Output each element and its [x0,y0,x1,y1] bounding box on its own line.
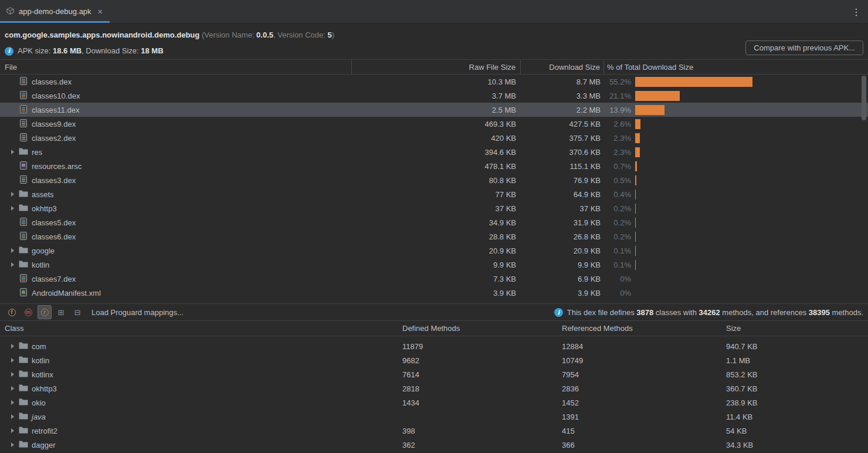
folder-icon [19,147,28,157]
folder-icon [19,370,28,380]
download-size: 76.9 KB [521,176,604,185]
collapse-all-icon[interactable]: ⊟ [70,305,84,319]
class-row[interactable]: retrofit2 398 415 54 KB [0,424,868,438]
chevron-right-icon[interactable] [11,400,14,405]
vertical-scrollbar[interactable] [862,76,866,120]
download-percent: 55.2% [604,77,631,86]
dex-file-icon [19,273,28,285]
class-row[interactable]: okhttp3 2818 2836 360.7 KB [0,381,868,395]
class-row[interactable]: okio 1434 1452 238.9 KB [0,395,868,410]
file-row[interactable]: classes6.dex 28.8 KB 26.8 KB 0.2% [0,229,868,244]
class-table-body: com 11879 12884 940.7 KB kotlin 9682 107… [0,336,868,452]
column-header-defined-methods[interactable]: Defined Methods [398,324,557,333]
chevron-right-icon[interactable] [11,386,14,391]
chevron-right-icon[interactable] [11,248,14,253]
package-size: 1.1 MB [721,356,868,365]
info-icon: i [5,47,13,56]
file-row[interactable]: google 20.9 KB 20.9 KB 0.1% [0,244,868,258]
defined-methods: 1434 [398,398,557,407]
download-size: 8.7 MB [521,77,604,86]
dex-file-icon [19,76,28,87]
folder-icon [19,356,28,366]
tab-apk-analyzer[interactable]: app-demo-debug.apk × [0,0,110,23]
download-percent-bar [635,232,636,242]
folder-icon [19,384,28,394]
class-row[interactable]: kotlin 9682 10749 1.1 MB [0,353,868,367]
download-size: 37 KB [521,204,604,213]
download-percent: 0.2% [604,218,631,227]
chevron-right-icon[interactable] [11,372,14,377]
chevron-right-icon[interactable] [11,442,14,447]
download-percent-bar [635,133,640,143]
chevron-right-icon[interactable] [11,262,14,267]
file-name: classes3.dex [32,176,76,185]
file-table-body: classes.dex 10.3 MB 8.7 MB 55.2% classes… [0,75,868,300]
column-header-percent[interactable]: % of Total Download Size [604,60,868,74]
file-name: resources.arsc [32,162,82,171]
load-proguard-mappings-button[interactable]: Load Proguard mappings... [91,308,184,317]
class-row[interactable]: kotlinx 7614 7954 853.2 KB [0,367,868,381]
file-name: AndroidManifest.xml [32,289,101,298]
raw-file-size: 20.9 KB [352,246,521,255]
file-row[interactable]: classes2.dex 420 KB 375.7 KB 2.3% [0,131,868,145]
overflow-menu-icon[interactable]: ⋮ [850,0,862,23]
file-row[interactable]: classes.dex 10.3 MB 8.7 MB 55.2% [0,75,868,89]
column-header-class[interactable]: Class [0,324,398,333]
file-name: classes2.dex [32,134,76,143]
compare-apk-button[interactable]: Compare with previous APK... [745,40,863,55]
download-percent-bar [635,161,637,171]
chevron-right-icon[interactable] [11,428,14,433]
download-size: 64.9 KB [521,190,604,199]
file-name: classes10.dex [32,92,80,100]
file-name: classes11.dex [32,106,79,114]
expand-all-icon[interactable]: ⊞ [54,305,68,319]
column-header-raw-size[interactable]: Raw File Size [352,60,521,74]
file-row[interactable]: classes7.dex 7.3 KB 6.9 KB 0% [0,272,868,286]
column-header-size[interactable]: Size [721,324,868,333]
chevron-right-icon[interactable] [11,150,14,154]
chevron-right-icon[interactable] [11,358,14,363]
chevron-right-icon[interactable] [11,414,14,419]
file-row[interactable]: resources.arsc 478.1 KB 115.1 KB 0.7% [0,159,868,173]
package-size: 940.7 KB [721,342,868,351]
package-size: 853.2 KB [721,370,868,379]
folder-icon [19,246,28,256]
class-row[interactable]: java 1391 11.4 KB [0,410,868,424]
column-header-download-size[interactable]: Download Size [521,60,604,74]
download-size: 20.9 KB [521,246,604,255]
file-row[interactable]: res 394.6 KB 370.6 KB 2.3% [0,145,868,159]
file-row[interactable]: okhttp3 37 KB 37 KB 0.2% [0,201,868,215]
download-percent: 0% [604,275,631,283]
download-percent: 0.4% [604,190,631,199]
download-size: 3.9 KB [521,289,604,298]
file-row[interactable]: classes3.dex 80.8 KB 76.9 KB 0.5% [0,173,868,187]
class-row[interactable]: dagger 362 366 34.3 KB [0,438,868,452]
methods-count: 34262 [699,308,720,317]
raw-file-size: 7.3 KB [352,275,521,283]
chevron-right-icon[interactable] [11,192,14,197]
package-name: kotlinx [32,370,53,379]
apk-file-icon [6,6,15,17]
tab-close-icon[interactable]: × [98,8,103,16]
show-methods-toggle-icon[interactable]: m [21,305,35,319]
chevron-right-icon[interactable] [11,344,14,349]
column-header-file[interactable]: File [0,60,352,74]
download-percent: 0.2% [604,232,631,241]
file-row[interactable]: classes9.dex 469.3 KB 427.5 KB 2.6% [0,117,868,131]
file-row[interactable]: classes11.dex 2.5 MB 2.2 MB 13.9% [0,103,868,117]
show-references-toggle-icon[interactable]: r [38,305,52,319]
column-header-referenced-methods[interactable]: Referenced Methods [557,324,721,333]
show-fields-toggle-icon[interactable]: f [5,305,19,319]
file-row[interactable]: classes10.dex 3.7 MB 3.3 MB 21.1% [0,89,868,103]
package-name: okhttp3 [32,384,57,393]
dex-file-icon [19,119,28,130]
chevron-right-icon[interactable] [11,206,14,211]
file-row[interactable]: kotlin 9.9 KB 9.9 KB 0.1% [0,258,868,272]
file-row[interactable]: AndroidManifest.xml 3.9 KB 3.9 KB 0% [0,286,868,300]
file-row[interactable]: classes5.dex 34.9 KB 31.9 KB 0.2% [0,215,868,229]
class-row[interactable]: com 11879 12884 940.7 KB [0,339,868,353]
file-row[interactable]: assets 77 KB 64.9 KB 0.4% [0,187,868,201]
file-name: assets [32,190,54,199]
raw-file-size: 77 KB [352,190,521,199]
download-percent: 0% [604,289,631,298]
